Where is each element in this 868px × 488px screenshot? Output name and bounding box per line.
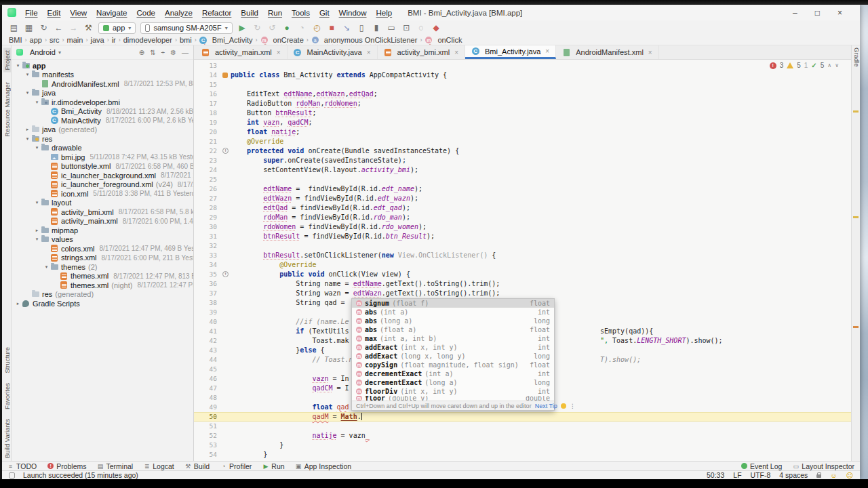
chevron-expanded-icon[interactable]: ▾ xyxy=(33,237,41,242)
tree-item-ir-dimodeveloper-bmi[interactable]: ▾ir.dimodeveloper.bmi xyxy=(12,98,193,107)
inspection-widget[interactable]: ! 3 5 1 ✓ 5 ∧ ∨ xyxy=(770,62,839,69)
tool-window-run[interactable]: ▶Run xyxy=(262,462,284,470)
stripe-warning-mark[interactable] xyxy=(853,216,859,218)
tree-item-bmi-activity[interactable]: CBmi_Activity8/18/2021 11:23 AM, 2.56 kB… xyxy=(12,107,193,117)
search-everywhere-icon[interactable]: ◌ xyxy=(416,22,427,33)
more-options-icon[interactable]: ⋮ xyxy=(570,403,576,409)
tool-window-event-log[interactable]: Event Log xyxy=(741,462,782,470)
tool-strip-resource-manager[interactable]: Resource Manager xyxy=(3,82,11,137)
tool-window-switcher-icon[interactable] xyxy=(9,472,15,479)
menu-build[interactable]: Build xyxy=(236,9,263,17)
completion-item-abs-float-a[interactable]: mabs(float a)float xyxy=(352,325,554,334)
completion-item-copysign-float-magnitude-float-sign[interactable]: mcopySign(float magnitude, float sign)fl… xyxy=(352,361,554,369)
tree-item-bmi-jpg[interactable]: bmi.jpg5/11/2018 7:42 PM, 43.15 kB Yeste… xyxy=(12,152,193,162)
tool-strip-project[interactable]: Project xyxy=(3,48,11,73)
completion-item-abs-int-a[interactable]: mabs(int a)int xyxy=(352,308,554,317)
tree-item-res-generated[interactable]: res(generated) xyxy=(12,290,193,300)
settings-icon[interactable]: ⚙ xyxy=(170,49,176,56)
crumb-anonymous-onclicklistener[interactable]: aanonymous OnClickListener xyxy=(311,36,418,44)
tree-item-java[interactable]: ▾java xyxy=(12,89,193,98)
completion-item-decrementexact-int-a[interactable]: mdecrementExact(int a)int xyxy=(352,369,554,378)
tree-item-androidmanifest-xml[interactable]: AndroidManifest.xml8/17/2021 12:53 PM, 8… xyxy=(12,79,193,89)
crumb-oncreate[interactable]: monCreate xyxy=(260,36,304,44)
completion-item-floordiv-int-x-int-y[interactable]: mfloorDiv(int x, int y)int xyxy=(352,387,554,396)
tree-item-buttonstyle-xml[interactable]: buttonstyle.xml8/17/2021 6:58 PM, 460 B … xyxy=(12,162,193,171)
chevron-expanded-icon[interactable]: ▾ xyxy=(24,72,31,77)
back-icon[interactable]: ← xyxy=(54,22,64,33)
stripe-warning-mark[interactable] xyxy=(853,110,859,113)
chevron-expanded-icon[interactable]: ▾ xyxy=(43,264,50,270)
menu-git[interactable]: Git xyxy=(315,9,334,17)
tool-window-terminal[interactable]: ▤Terminal xyxy=(98,462,134,470)
collapse-all-icon[interactable]: ÷ xyxy=(161,49,165,56)
menu-analyze[interactable]: Analyze xyxy=(160,9,197,17)
crumb-bmi[interactable]: bmi xyxy=(180,36,192,44)
tree-item-drawable[interactable]: ▾drawable xyxy=(12,144,193,153)
tree-item-gradle-scripts[interactable]: ▸Gradle Scripts xyxy=(12,299,193,308)
tree-item-ic-launcher-background-xml[interactable]: ic_launcher_background.xml8/17/2021 12:2… xyxy=(12,171,193,180)
crumb-dimodeveloper[interactable]: dimodeveloper xyxy=(123,36,172,44)
tool-window-problems[interactable]: !Problems xyxy=(47,462,86,470)
tool-window-layout-inspector[interactable]: ▭Layout Inspector xyxy=(793,462,854,470)
lightbulb-icon[interactable] xyxy=(561,403,566,409)
tree-item-strings-xml[interactable]: strings.xml8/17/2021 6:00 PM, 211 B Yest… xyxy=(12,253,193,263)
next-problem-icon[interactable]: ∨ xyxy=(835,62,839,68)
completion-item-signum-float-f[interactable]: msignum(float f)float xyxy=(352,299,554,308)
completion-item-floor-double-v[interactable]: mfloor(double v)double xyxy=(352,396,554,401)
completion-item-addexact-long-x-long-y[interactable]: maddExact(long x, long y)long xyxy=(352,352,554,361)
project-view-selector[interactable]: Android ▾ xyxy=(16,48,61,56)
completion-item-decrementexact-long-a[interactable]: mdecrementExact(long a)long xyxy=(352,378,554,387)
stop-icon[interactable]: ■ xyxy=(327,22,337,33)
gradle-tool-button[interactable]: Gradle xyxy=(853,47,861,67)
tree-item-manifests[interactable]: ▾manifests xyxy=(12,70,193,80)
tool-window-app-inspection[interactable]: ▣App Inspection xyxy=(296,462,351,470)
minimize-button[interactable]: – xyxy=(793,8,797,18)
locate-file-icon[interactable]: ⊕ xyxy=(139,49,144,56)
crumb-java[interactable]: java xyxy=(90,36,104,44)
tool-window-todo[interactable]: ≡TODO xyxy=(7,462,37,470)
tree-item-res[interactable]: ▾res xyxy=(12,134,193,144)
tool-strip-structure[interactable]: Structure xyxy=(3,347,11,373)
apply-code-changes-icon[interactable]: ↺ xyxy=(267,22,277,33)
next-tip-link[interactable]: Next Tip xyxy=(535,403,557,409)
menu-view[interactable]: View xyxy=(65,9,92,17)
tool-window-logcat[interactable]: ≣Logcat xyxy=(144,462,174,470)
caret-position[interactable]: 50:33 xyxy=(707,471,724,479)
device-file-explorer-icon[interactable]: ▮ xyxy=(372,22,382,33)
close-tab-icon[interactable]: × xyxy=(277,49,281,56)
run-icon[interactable]: ▶ xyxy=(237,22,248,33)
maximize-button[interactable]: □ xyxy=(815,8,820,18)
hide-panel-icon[interactable]: — xyxy=(182,49,189,56)
capture-icon[interactable]: ▯ xyxy=(357,22,367,33)
tree-item-app[interactable]: ▾app xyxy=(12,61,193,70)
crumb-bmi[interactable]: BMI xyxy=(9,36,22,44)
tree-item-themes-xml[interactable]: themes.xml8/17/2021 12:47 PM, 813 B Yest… xyxy=(12,272,193,281)
close-tab-icon[interactable]: × xyxy=(545,47,549,55)
menu-tools[interactable]: Tools xyxy=(287,9,315,17)
crumb-ir[interactable]: ir xyxy=(112,36,116,44)
project-tree[interactable]: ▾app▾manifestsAndroidManifest.xml8/17/20… xyxy=(12,60,193,461)
device-manager-icon[interactable]: ▭ xyxy=(387,22,397,33)
chevron-expanded-icon[interactable]: ▾ xyxy=(33,100,41,105)
close-button[interactable]: × xyxy=(837,8,842,18)
open-icon[interactable]: ▤ xyxy=(9,22,19,33)
crumb-onclick[interactable]: monClick xyxy=(425,36,462,44)
crumb-app[interactable]: app xyxy=(30,36,42,44)
completion-item-addexact-int-x-int-y[interactable]: maddExact(int x, int y)int xyxy=(352,343,554,352)
chevron-collapsed-icon[interactable]: ▸ xyxy=(14,301,22,306)
tab-androidmanifest-xml[interactable]: AndroidManifest.xml× xyxy=(556,45,659,59)
save-all-icon[interactable]: ▦ xyxy=(24,22,34,33)
chevron-expanded-icon[interactable]: ▾ xyxy=(33,200,41,205)
tab-activity-main-xml[interactable]: activity_main.xml× xyxy=(195,45,288,59)
happy-feedback-icon[interactable]: ☺ xyxy=(830,472,837,479)
indent-setting[interactable]: 4 spaces xyxy=(779,471,808,479)
tree-item-activity-main-xml[interactable]: activity_main.xml8/17/2021 6:00 PM, 1.44… xyxy=(12,217,193,226)
tool-window-build[interactable]: ⚒Build xyxy=(185,462,210,470)
line-separator[interactable]: LF xyxy=(733,471,741,479)
class-gutter-icon[interactable] xyxy=(222,73,228,78)
menu-run[interactable]: Run xyxy=(263,9,287,17)
profile-icon[interactable]: ◔ xyxy=(297,22,307,33)
tree-item-themes-xml-night[interactable]: themes.xml(night)8/17/2021 12:47 PM, 811… xyxy=(12,281,193,290)
attach-debugger-icon[interactable]: ↘ xyxy=(342,22,352,33)
run-configuration-select[interactable]: app▾ xyxy=(98,22,136,34)
